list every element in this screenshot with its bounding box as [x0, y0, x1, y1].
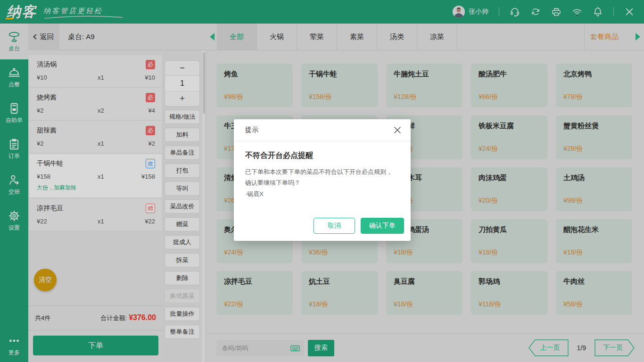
cancel-button[interactable]: 取消	[314, 218, 355, 234]
dialog-rule-item: ·锅底X	[245, 190, 399, 198]
dialog-title: 不符合开台必点提醒	[245, 151, 399, 161]
alert-dialog: 提示 不符合开台必点提醒 已下单和本次要下单的菜品不符合以下开台必点规则， 确认…	[234, 119, 411, 241]
confirm-order-button[interactable]: 确认下单	[361, 218, 404, 234]
dialog-header-title: 提示	[245, 126, 258, 134]
dialog-close-icon[interactable]	[394, 126, 401, 134]
dialog-message: 已下单和本次要下单的菜品不符合以下开台必点规则， 确认要继续下单吗？	[245, 166, 399, 188]
pos-screen: 纳客 纳客管店更轻松 张小帅	[0, 0, 644, 362]
